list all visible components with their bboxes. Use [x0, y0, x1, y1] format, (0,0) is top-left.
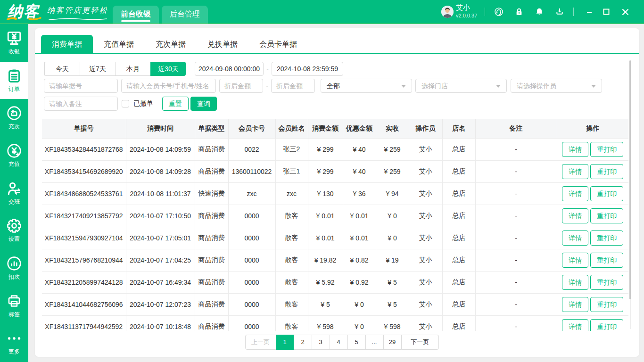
reprint-button[interactable]: 重打印 — [590, 275, 623, 290]
recharge-value-icon — [6, 143, 22, 159]
amount-min-input[interactable] — [219, 79, 263, 93]
page-number-button[interactable]: ... — [365, 335, 384, 350]
header-nav-item[interactable]: 前台收银 — [113, 6, 159, 24]
cell-amount: ¥ 299 — [308, 138, 343, 160]
sidebar-item[interactable]: 充值 — [0, 137, 28, 174]
header-nav-item[interactable]: 后台管理 — [162, 6, 208, 24]
sidebar-item[interactable]: 扣次 — [0, 249, 28, 287]
reprint-button[interactable]: 重打印 — [590, 297, 623, 312]
sidebar-item-label: 订单 — [8, 85, 20, 93]
sidebar-item[interactable]: 收银 — [0, 24, 28, 62]
cell-store: 总店 — [442, 293, 475, 315]
operator-select[interactable]: 请选择操作员 — [511, 79, 602, 93]
cell-discount: ¥ 0.82 — [343, 249, 376, 271]
document-tab[interactable]: 会员卡单据 — [248, 35, 308, 53]
close-button[interactable] — [619, 0, 631, 24]
reprint-button[interactable]: 重打印 — [590, 208, 623, 223]
sidebar-item[interactable]: 充次 — [0, 99, 28, 137]
sidebar-item[interactable]: 标签 — [0, 287, 28, 325]
quick-range-button[interactable]: 近30天 — [150, 62, 186, 76]
cell-member-name: 张三2 — [275, 138, 308, 160]
headset-icon[interactable] — [494, 7, 504, 16]
table-header-cell: 消费时间 — [126, 119, 195, 138]
amount-max-input[interactable] — [271, 79, 315, 93]
table-header-cell: 实收 — [376, 119, 409, 138]
reprint-button[interactable]: 重打印 — [590, 230, 623, 246]
deduct-times-icon — [6, 255, 22, 272]
detail-button[interactable]: 详情 — [562, 186, 588, 201]
detail-button[interactable]: 详情 — [562, 319, 588, 331]
reprint-button[interactable]: 重打印 — [590, 186, 623, 201]
quick-range-button[interactable]: 近7天 — [80, 62, 115, 75]
sidebar-item[interactable]: 交班 — [0, 174, 28, 212]
cell-discount: ¥ 40 — [343, 160, 376, 182]
reprint-button[interactable]: 重打印 — [590, 253, 623, 268]
cell-discount: ¥ 40 — [343, 138, 376, 160]
sidebar-item[interactable]: 订单 — [0, 62, 28, 99]
detail-button[interactable]: 详情 — [562, 164, 588, 179]
page-number-button[interactable]: 3 — [312, 335, 330, 350]
header-toolbar — [494, 7, 564, 16]
detail-button[interactable]: 详情 — [562, 208, 588, 223]
remark-input[interactable] — [44, 97, 118, 111]
page-number-button[interactable]: 5 — [347, 335, 366, 350]
next-page-button[interactable]: 下一页 — [401, 335, 439, 350]
cancelled-checkbox[interactable] — [122, 100, 129, 107]
document-tab[interactable]: 充值单据 — [93, 35, 145, 53]
page-number-button[interactable]: 29 — [383, 335, 402, 350]
reprint-button[interactable]: 重打印 — [590, 319, 623, 331]
reprint-button[interactable]: 重打印 — [590, 164, 623, 179]
page-number-button[interactable]: 4 — [330, 335, 348, 350]
detail-button[interactable]: 详情 — [562, 297, 588, 312]
download-icon[interactable] — [555, 7, 564, 16]
app-version: v2.0.0.37 — [456, 13, 477, 18]
lock-icon[interactable] — [514, 7, 524, 16]
page-number-button[interactable]: 1 — [276, 335, 294, 350]
cell-type: 商品消费 — [195, 205, 228, 227]
cell-time: 2024-10-07 12:07:23 — [126, 293, 195, 315]
quick-range-button[interactable]: 本月 — [115, 62, 150, 75]
prev-page-button[interactable]: 上一页 — [245, 335, 276, 350]
table-header-cell: 店名 — [442, 119, 475, 138]
cell-paid: ¥ 598 — [376, 315, 409, 331]
detail-button[interactable]: 详情 — [562, 142, 588, 157]
reset-button[interactable]: 重置 — [162, 97, 189, 111]
sidebar-item[interactable]: 设置 — [0, 212, 28, 249]
member-search-input[interactable] — [121, 79, 216, 93]
bell-icon[interactable] — [535, 7, 544, 16]
pagination: 上一页 12345...29 下一页 — [35, 335, 639, 350]
cell-actions: 详情重打印 — [557, 315, 628, 331]
cashier-monitor-icon — [6, 30, 22, 46]
cell-order-no: XF1843113717944942592 — [42, 315, 126, 331]
minimize-button[interactable] — [584, 0, 595, 24]
table-header-cell: 会员姓名 — [275, 119, 308, 138]
quick-range-button[interactable]: 今天 — [44, 62, 80, 75]
detail-button[interactable]: 详情 — [562, 230, 588, 246]
cell-time: 2024-10-07 17:04:25 — [126, 249, 195, 271]
avatar[interactable] — [441, 6, 454, 18]
scrollbar-thumb[interactable] — [629, 60, 631, 299]
document-tab[interactable]: 充次单据 — [145, 35, 197, 53]
detail-button[interactable]: 详情 — [562, 275, 588, 290]
store-select[interactable]: 选择门店 — [415, 79, 507, 93]
sidebar-item-label: 标签 — [8, 311, 20, 319]
order-no-input[interactable] — [44, 79, 118, 93]
cell-paid: ¥ 259 — [376, 160, 409, 182]
document-tab[interactable]: 消费单据 — [41, 35, 93, 53]
page-number-button[interactable]: 2 — [294, 335, 312, 350]
reprint-button[interactable]: 重打印 — [590, 142, 623, 157]
document-tab[interactable]: 兑换单据 — [197, 35, 248, 53]
orders-table: 单据号消费时间单据类型会员卡号会员姓名消费金额优惠金额实收操作员店名备注操作 X… — [42, 119, 628, 331]
date-to-input[interactable] — [272, 62, 343, 76]
search-button[interactable]: 查询 — [190, 97, 217, 111]
sidebar-item[interactable]: 更多 — [0, 324, 28, 362]
cell-store: 总店 — [442, 205, 475, 227]
date-from-input[interactable] — [195, 62, 264, 76]
detail-button[interactable]: 详情 — [562, 253, 588, 268]
cell-discount: ¥ 0 — [343, 315, 376, 331]
type-select[interactable]: 全部 — [321, 79, 412, 93]
chevron-down-icon — [496, 85, 501, 88]
maximize-button[interactable] — [601, 0, 612, 24]
cell-time: 2024-10-07 17:05:01 — [126, 227, 195, 249]
table-row: XF1843486880524533761 2024-10-08 11:01:3… — [42, 182, 628, 205]
